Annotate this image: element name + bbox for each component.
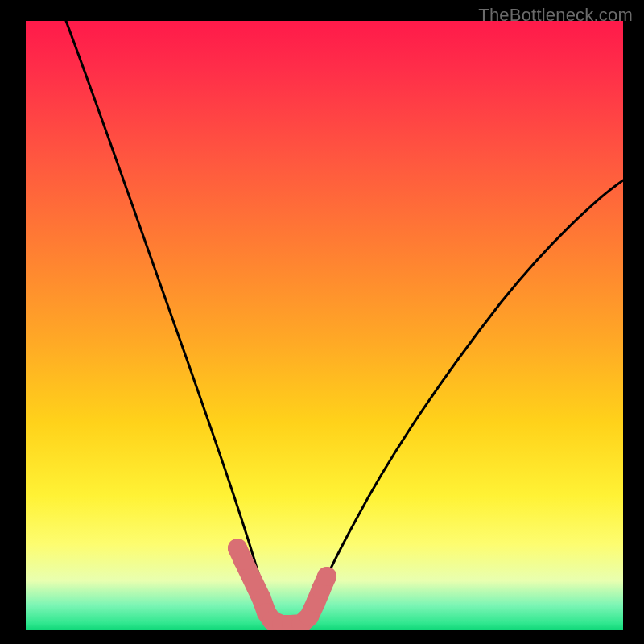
chart-container: TheBottleneck.com	[0, 0, 644, 644]
svg-point-11	[317, 567, 336, 586]
plot-area	[26, 21, 623, 630]
curves-svg	[26, 21, 623, 630]
svg-point-1	[233, 551, 253, 570]
marker-band	[228, 539, 336, 630]
right-curve	[309, 180, 623, 617]
left-curve	[66, 21, 269, 617]
